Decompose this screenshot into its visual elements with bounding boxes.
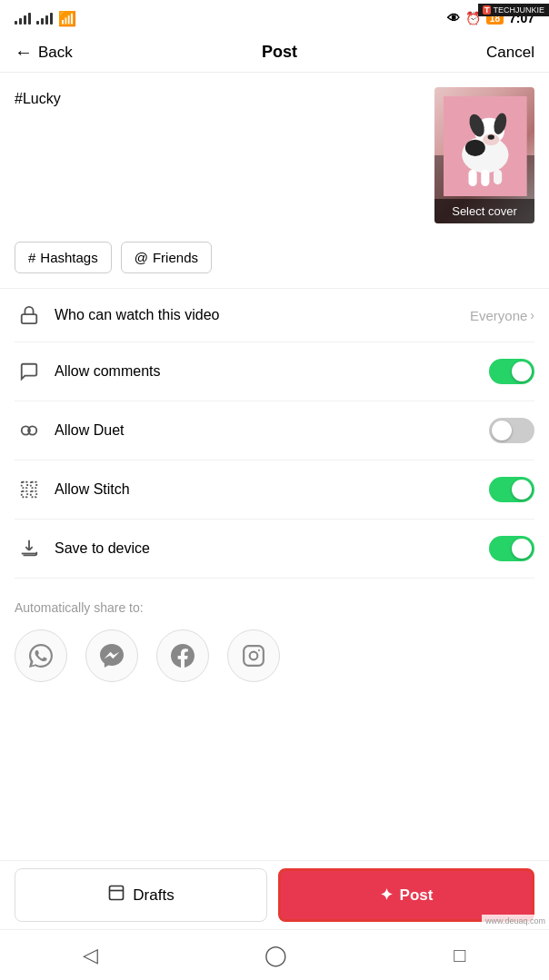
who-can-watch-value: Everyone ›: [470, 308, 534, 323]
nav-bar: ◁ ◯ □: [0, 929, 549, 980]
svg-rect-7: [468, 170, 476, 186]
svg-rect-15: [31, 482, 36, 488]
signal-2: [36, 12, 53, 25]
who-can-watch-row[interactable]: Who can watch this video Everyone ›: [15, 289, 534, 342]
drafts-button[interactable]: Drafts: [15, 868, 267, 922]
save-to-device-row: Save to device: [15, 520, 534, 579]
svg-point-10: [465, 140, 485, 156]
svg-rect-18: [244, 646, 264, 666]
svg-point-20: [258, 649, 260, 651]
svg-rect-14: [22, 482, 27, 488]
allow-duet-toggle[interactable]: [489, 418, 534, 443]
content-area: #Lucky: [0, 73, 549, 697]
video-thumbnail[interactable]: Select cover: [434, 87, 534, 223]
auto-share-label: Automatically share to:: [15, 600, 534, 615]
settings-section: Who can watch this video Everyone › Allo…: [15, 289, 534, 579]
sparkle-icon: ✦: [380, 886, 393, 905]
allow-comments-label: Allow comments: [55, 363, 489, 380]
facebook-button[interactable]: [156, 629, 209, 682]
allow-comments-toggle[interactable]: [489, 359, 534, 384]
status-bar: 📶 👁 ⏰ 18 7:07 T TECHJUNKIE: [0, 0, 549, 33]
duet-icon: [15, 421, 44, 441]
tag-buttons: # Hashtags @ Friends: [15, 234, 534, 288]
at-icon: @: [135, 250, 148, 265]
select-cover-button[interactable]: Select cover: [434, 199, 534, 223]
svg-rect-17: [31, 491, 36, 497]
signal-1: [15, 12, 31, 25]
messenger-button[interactable]: [85, 629, 138, 682]
page-title: Post: [262, 43, 297, 62]
svg-rect-11: [22, 314, 37, 323]
svg-rect-9: [494, 170, 502, 184]
svg-point-6: [488, 134, 494, 139]
allow-comments-row: Allow comments: [15, 342, 534, 401]
auto-share-section: Automatically share to:: [15, 579, 534, 697]
svg-point-19: [250, 652, 258, 660]
eye-icon: 👁: [447, 11, 460, 25]
stitch-icon: [15, 480, 44, 500]
svg-rect-16: [22, 491, 27, 497]
save-to-device-toggle[interactable]: [489, 536, 534, 561]
comment-icon: [15, 361, 44, 381]
svg-rect-8: [481, 170, 489, 186]
allow-stitch-label: Allow Stitch: [55, 481, 489, 498]
status-left: 📶: [15, 10, 76, 27]
instagram-button[interactable]: [227, 629, 280, 682]
nav-back-button[interactable]: ◁: [61, 936, 120, 975]
hashtag-icon: #: [28, 250, 35, 265]
bottom-buttons: Drafts ✦ Post: [0, 860, 549, 929]
svg-rect-21: [110, 886, 124, 900]
drafts-label: Drafts: [133, 886, 174, 905]
brand-badge: T TECHJUNKIE: [478, 4, 549, 16]
allow-stitch-row: Allow Stitch: [15, 460, 534, 520]
whatsapp-button[interactable]: [15, 629, 67, 682]
lock-icon: [15, 305, 44, 325]
nav-square-button[interactable]: □: [432, 936, 487, 975]
hashtags-button[interactable]: # Hashtags: [15, 242, 112, 273]
allow-stitch-toggle[interactable]: [489, 477, 534, 502]
caption-text[interactable]: #Lucky: [15, 87, 434, 107]
drafts-icon: [107, 884, 125, 906]
header: ← Back Post Cancel: [0, 33, 549, 73]
watermark: www.deuaq.com: [482, 915, 549, 927]
allow-duet-row: Allow Duet: [15, 401, 534, 460]
back-label: Back: [38, 44, 73, 62]
who-can-watch-label: Who can watch this video: [55, 307, 470, 323]
cancel-button[interactable]: Cancel: [486, 44, 534, 62]
nav-home-button[interactable]: ◯: [243, 936, 309, 975]
back-arrow-icon: ←: [15, 42, 33, 63]
wifi-icon: 📶: [58, 10, 76, 27]
save-to-device-label: Save to device: [55, 540, 489, 557]
back-button[interactable]: ← Back: [15, 42, 73, 63]
post-label: Post: [400, 886, 434, 905]
share-icons: [15, 629, 534, 682]
allow-duet-label: Allow Duet: [55, 422, 489, 439]
chevron-right-icon: ›: [530, 308, 534, 322]
caption-area: #Lucky: [15, 73, 534, 234]
save-icon: [15, 539, 44, 559]
friends-button[interactable]: @ Friends: [121, 242, 212, 273]
